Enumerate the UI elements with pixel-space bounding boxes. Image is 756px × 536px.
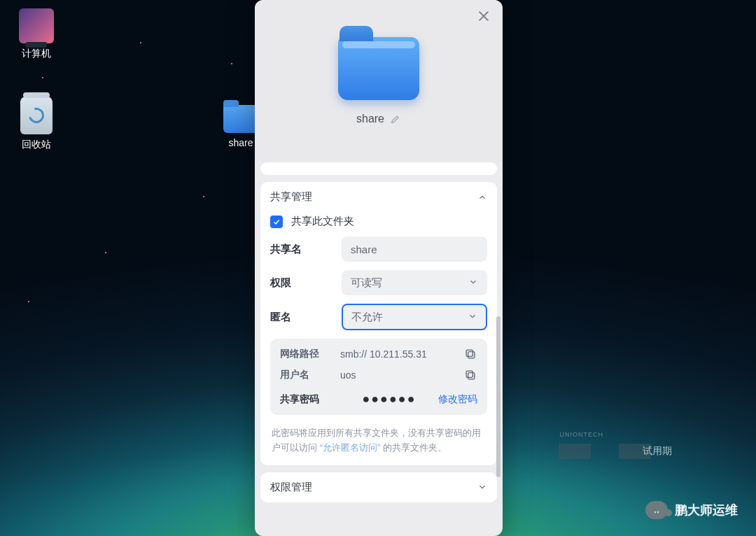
folder-name-text: share (356, 113, 384, 125)
permission-select[interactable]: 可读写 (342, 270, 487, 295)
section-share-management: 共享管理 共享此文件夹 共享名 share 权限 可读写 (260, 182, 497, 465)
watermark-blocks (559, 444, 651, 459)
star (203, 196, 204, 197)
section-body-share: 共享此文件夹 共享名 share 权限 可读写 匿名 (260, 212, 497, 465)
share-name-label: 共享名 (270, 243, 333, 256)
permission-row: 权限 可读写 (270, 270, 487, 295)
password-hint: 此密码将应用到所有共享文件夹，没有共享密码的用户可以访问 “允许匿名访问” 的共… (270, 426, 487, 456)
section-title: 权限管理 (270, 481, 312, 494)
svg-rect-0 (468, 352, 475, 358)
copy-icon[interactable] (463, 347, 477, 361)
scrollbar-thumb[interactable] (496, 316, 500, 477)
section-title: 共享管理 (270, 190, 312, 204)
trash-icon (20, 97, 52, 134)
section-spacer (260, 162, 497, 175)
chevron-down-icon (468, 277, 478, 289)
brand-text: 鹏大师运维 (675, 502, 738, 519)
dialog-body: 共享管理 共享此文件夹 共享名 share 权限 可读写 (255, 162, 503, 536)
anonymous-label: 匿名 (270, 311, 333, 324)
chevron-up-icon (477, 192, 487, 202)
desktop-icon-trash[interactable]: 回收站 (8, 97, 64, 151)
permission-value: 可读写 (351, 276, 382, 290)
share-password-label: 共享密码 (280, 393, 340, 406)
section-header-share[interactable]: 共享管理 (260, 182, 497, 212)
brand-watermark: ‥ 鹏大师运维 (645, 501, 738, 519)
anonymous-value: 不允许 (351, 311, 383, 324)
folder-icon (223, 105, 258, 133)
folder-properties-dialog: share 共享管理 共享此文件夹 共享名 share (255, 0, 503, 536)
desktop-icon-label: share (228, 137, 253, 148)
network-path-label: 网络路径 (280, 348, 340, 360)
username-value: uos (340, 369, 458, 381)
star (231, 63, 232, 64)
share-password-masked: ●●●●●● (362, 392, 416, 407)
network-path-value: smb:// 10.211.55.31 (340, 348, 458, 360)
dialog-header: share (255, 0, 503, 162)
change-password-link[interactable]: 修改密码 (438, 393, 477, 406)
share-name-row: 共享名 share (270, 237, 487, 262)
network-info-block: 网络路径 smb:// 10.211.55.31 用户名 uos 共享密码 ●●… (270, 339, 487, 415)
star (42, 77, 43, 78)
permission-label: 权限 (270, 276, 333, 290)
share-checkbox-row[interactable]: 共享此文件夹 (270, 215, 487, 228)
svg-rect-1 (466, 350, 472, 356)
folder-name-row: share (356, 113, 401, 125)
desktop-icon-label: 回收站 (22, 139, 51, 151)
share-name-input[interactable]: share (342, 237, 487, 262)
hint-suffix: 的共享文件夹。 (383, 442, 447, 453)
desktop-icon-label: 计算机 (22, 48, 51, 60)
folder-large-icon (338, 37, 419, 100)
username-label: 用户名 (280, 369, 340, 381)
checkbox-label: 共享此文件夹 (291, 215, 354, 228)
edit-name-icon[interactable] (390, 113, 401, 125)
section-header-permission[interactable]: 权限管理 (260, 472, 497, 502)
anonymous-select[interactable]: 不允许 (342, 304, 487, 330)
desktop-icon-computer[interactable]: 计算机 (8, 8, 64, 60)
uniontech-watermark: UNIONTECH (560, 431, 604, 438)
anonymous-row: 匿名 不允许 (270, 304, 487, 330)
section-permission-management: 权限管理 (260, 472, 497, 502)
star (105, 252, 106, 253)
network-info-grid: 网络路径 smb:// 10.211.55.31 用户名 uos (280, 347, 477, 382)
copy-icon[interactable] (463, 368, 477, 382)
computer-icon (19, 8, 54, 43)
chevron-down-icon (477, 482, 487, 492)
close-icon[interactable] (477, 10, 490, 22)
svg-rect-3 (466, 371, 472, 377)
trial-period-text: 试用期 (643, 445, 672, 458)
svg-rect-2 (468, 373, 475, 379)
chevron-down-icon (468, 311, 477, 323)
share-password-row: 共享密码 ●●●●●● 修改密码 (280, 392, 477, 407)
hint-quoted: “允许匿名访问” (320, 442, 381, 453)
star (140, 42, 141, 43)
checkbox-checked-icon[interactable] (270, 216, 283, 228)
star (28, 301, 29, 302)
wechat-bubble-icon: ‥ (645, 501, 668, 519)
share-name-value: share (351, 244, 377, 255)
